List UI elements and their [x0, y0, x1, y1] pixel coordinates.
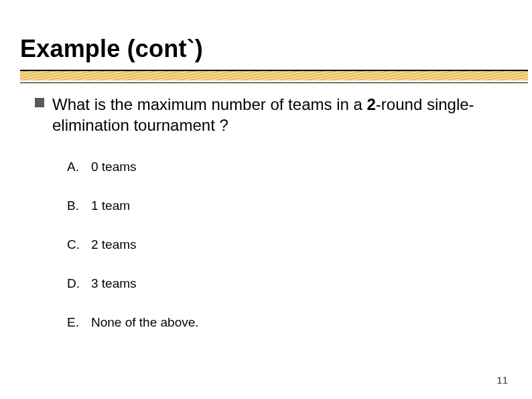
option-text: 3 teams	[91, 276, 137, 291]
title-underline-decoration	[20, 70, 528, 83]
slide-body: What is the maximum number of teams in a…	[35, 94, 492, 354]
question-row: What is the maximum number of teams in a…	[35, 94, 492, 135]
options-list: A. 0 teams B. 1 team C. 2 teams D. 3 tea…	[67, 160, 492, 330]
option-e: E. None of the above.	[67, 315, 492, 330]
option-letter: C.	[67, 237, 82, 252]
underline-bottom	[20, 82, 528, 83]
option-letter: D.	[67, 276, 82, 291]
option-letter: E.	[67, 315, 82, 330]
option-c: C. 2 teams	[67, 237, 492, 252]
page-number: 11	[496, 374, 508, 386]
option-text: None of the above.	[91, 315, 199, 330]
underline-gold-band	[20, 71, 528, 80]
slide-title: Example (cont`)	[20, 35, 203, 63]
option-text: 1 team	[91, 198, 130, 213]
option-d: D. 3 teams	[67, 276, 492, 291]
slide: Example (cont`) What is the maximum numb…	[0, 0, 532, 399]
option-b: B. 1 team	[67, 198, 492, 213]
option-letter: A.	[67, 160, 82, 174]
question-emphasis: 2	[367, 95, 376, 113]
option-text: 0 teams	[91, 160, 137, 174]
option-text: 2 teams	[91, 237, 137, 252]
question-prefix: What is the maximum number of teams in a	[52, 95, 367, 113]
square-bullet-icon	[35, 98, 44, 107]
question-text: What is the maximum number of teams in a…	[52, 94, 492, 135]
option-a: A. 0 teams	[67, 160, 492, 174]
option-letter: B.	[67, 198, 82, 213]
